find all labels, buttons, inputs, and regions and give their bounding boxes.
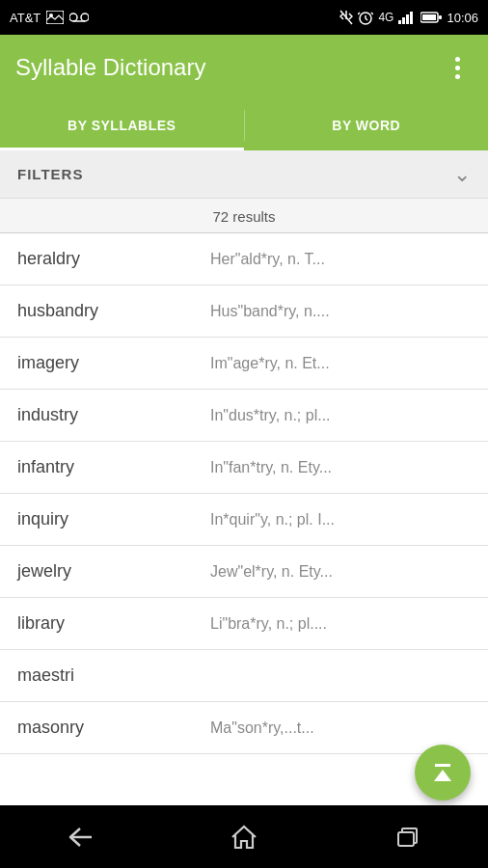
word-definition: Ma"son*ry,...t... <box>210 719 471 737</box>
word-definition: In*quir"y, n.; pl. I... <box>210 511 471 529</box>
word-label: maestri <box>17 665 210 686</box>
svg-rect-9 <box>406 14 409 24</box>
word-row[interactable]: husbandryHus"band*ry, n.... <box>0 285 488 338</box>
time-label: 10:06 <box>447 11 478 25</box>
word-label: imagery <box>17 353 210 373</box>
tab-bar: BY SYLLABLES BY WORD <box>0 100 488 150</box>
word-label: industry <box>17 405 210 425</box>
tab-by-syllables[interactable]: BY SYLLABLES <box>0 100 244 150</box>
back-button[interactable] <box>57 818 105 856</box>
word-definition: Jew"el*ry, n. Ety... <box>210 563 471 581</box>
word-label: inquiry <box>17 509 210 529</box>
app-bar: Syllable Dictionary <box>0 35 488 100</box>
tab-by-word[interactable]: BY WORD <box>245 100 489 150</box>
voicemail-icon <box>69 13 89 22</box>
svg-rect-8 <box>402 17 405 24</box>
svg-rect-15 <box>398 832 414 846</box>
app-title: Syllable Dictionary <box>15 54 205 81</box>
svg-point-2 <box>69 14 77 21</box>
more-vert-icon[interactable] <box>442 57 473 79</box>
word-definition: Her"ald*ry, n. T... <box>210 251 471 268</box>
alarm-icon <box>358 10 373 25</box>
battery-icon <box>420 12 442 23</box>
status-bar: AT&T 4G 10:06 <box>0 0 488 35</box>
word-label: infantry <box>17 457 210 477</box>
word-label: husbandry <box>17 301 210 321</box>
word-row[interactable]: heraldryHer"ald*ry, n. T... <box>0 233 488 285</box>
chevron-down-icon[interactable]: ⌄ <box>453 162 471 187</box>
word-row[interactable]: jewelryJew"el*ry, n. Ety... <box>0 546 488 598</box>
svg-rect-12 <box>422 14 436 20</box>
recent-apps-button[interactable] <box>383 818 431 856</box>
filters-label: FILTERS <box>17 166 83 182</box>
home-button[interactable] <box>220 818 268 856</box>
signal-label: 4G <box>378 11 393 24</box>
word-label: jewelry <box>17 561 210 582</box>
svg-point-3 <box>81 14 89 21</box>
results-count: 72 results <box>0 199 488 233</box>
word-row[interactable]: imageryIm"age*ry, n. Et... <box>0 338 488 390</box>
carrier-label: AT&T <box>10 11 41 25</box>
word-row[interactable]: maestri <box>0 650 488 702</box>
word-definition: Li"bra*ry, n.; pl.... <box>210 615 471 633</box>
signal-bars-icon <box>398 11 416 24</box>
scroll-to-top-button[interactable] <box>415 745 471 800</box>
svg-rect-13 <box>439 15 442 19</box>
word-definition: In"fan*try, n. Ety... <box>210 459 471 476</box>
word-definition: In"dus*try, n.; pl... <box>210 407 471 424</box>
scroll-to-top-icon <box>434 764 451 781</box>
word-list: heraldryHer"ald*ry, n. T...husbandryHus"… <box>0 233 488 805</box>
word-label: masonry <box>17 718 210 738</box>
word-row[interactable]: infantryIn"fan*try, n. Ety... <box>0 442 488 494</box>
word-row[interactable]: libraryLi"bra*ry, n.; pl.... <box>0 598 488 650</box>
word-row[interactable]: inquiryIn*quir"y, n.; pl. I... <box>0 494 488 546</box>
svg-rect-7 <box>398 20 401 24</box>
word-definition: Hus"band*ry, n.... <box>210 303 471 320</box>
word-label: library <box>17 613 210 634</box>
svg-rect-10 <box>410 12 413 24</box>
word-definition: Im"age*ry, n. Et... <box>210 355 471 372</box>
word-label: heraldry <box>17 249 210 269</box>
word-row[interactable]: masonryMa"son*ry,...t... <box>0 702 488 754</box>
word-row[interactable]: industryIn"dus*try, n.; pl... <box>0 390 488 442</box>
image-icon <box>46 11 64 24</box>
mute-icon <box>339 10 353 25</box>
nav-bar <box>0 805 488 868</box>
filters-bar[interactable]: FILTERS ⌄ <box>0 150 488 199</box>
